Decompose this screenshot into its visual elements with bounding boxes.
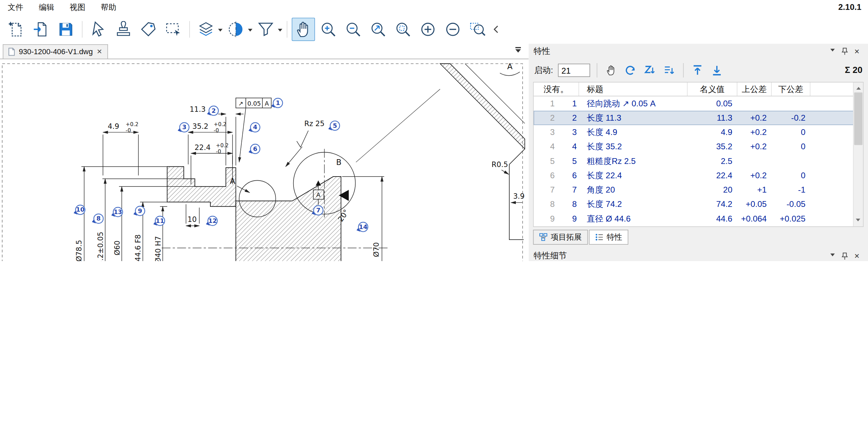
stamp-button[interactable] <box>112 18 135 41</box>
table-row-selected[interactable]: 22长度 11.311.3+0.2-0.2 <box>534 111 854 125</box>
plus-circle-icon <box>420 21 436 38</box>
refresh-icon <box>625 64 637 76</box>
balloon-1[interactable]: 1 <box>271 98 283 108</box>
project-extension-icon <box>539 233 548 241</box>
balloon-13[interactable]: 13 <box>111 207 122 217</box>
col-header-no[interactable]: 没有。 <box>534 82 579 96</box>
table-row[interactable]: 88长度 74.274.2+0.05-0.05 <box>534 197 854 211</box>
pin-icon <box>841 252 848 260</box>
document-tab-label: 930-1200-406-V1.dwg <box>19 48 93 56</box>
pan-hand-button[interactable] <box>292 18 315 41</box>
move-top-button[interactable] <box>690 63 705 77</box>
document-tab-bar: 930-1200-406-V1.dwg ✕ <box>0 44 529 59</box>
toolbar-separator <box>189 21 190 38</box>
balloon-12[interactable]: 12 <box>206 216 217 226</box>
scroll-down-button[interactable] <box>856 218 860 224</box>
panel-pin-button[interactable] <box>839 47 851 55</box>
menu-file[interactable]: 文件 <box>5 1 25 14</box>
scroll-up-button[interactable] <box>854 82 863 91</box>
layers-dropdown-arrow[interactable] <box>218 29 223 34</box>
sum-count: Σ 20 <box>845 65 863 75</box>
table-row[interactable]: 44长度 35.235.2+0.20 <box>534 139 854 154</box>
mirror-dropdown-arrow[interactable] <box>248 29 252 34</box>
balloon-11[interactable]: 11 <box>153 216 165 226</box>
col-header-lower[interactable]: 下公差 <box>772 82 810 96</box>
close-icon: ✕ <box>854 252 859 260</box>
zoom-in-button[interactable] <box>317 18 340 41</box>
panel-close-button[interactable]: ✕ <box>851 47 863 55</box>
tag-button[interactable] <box>137 18 160 41</box>
drawing-canvas[interactable]: A ↗ 0.05 A 11.3 4.9 +0.2 -0 35.2 +0.2 -0… <box>0 59 529 261</box>
main-toolbar <box>0 15 868 44</box>
document-tab[interactable]: 930-1200-406-V1.dwg ✕ <box>3 44 108 59</box>
marquee-select-button[interactable] <box>162 18 185 41</box>
save-button[interactable] <box>54 18 77 41</box>
mirror-view-button[interactable] <box>224 18 248 41</box>
svg-text:11: 11 <box>156 217 164 224</box>
layers-button[interactable] <box>194 18 218 41</box>
select-cursor-button[interactable] <box>87 18 110 41</box>
zoom-window-button[interactable] <box>466 18 489 41</box>
filter-icon <box>257 21 274 38</box>
refresh-button[interactable] <box>624 63 638 77</box>
table-row[interactable]: 55粗糙度Rz 2.52.5 <box>534 154 854 168</box>
table-row[interactable]: 11径向跳动 ↗ 0.05 A0.05 <box>534 96 854 111</box>
balloon-5[interactable]: 5 <box>328 121 340 131</box>
menu-help[interactable]: 帮助 <box>99 1 118 14</box>
increase-button[interactable] <box>416 18 439 41</box>
table-row[interactable]: 99直径 Ø 44.644.6+0.064+0.025 <box>534 211 854 226</box>
table-row[interactable]: 66长度 22.422.4+0.20 <box>534 168 854 183</box>
balloon-14[interactable]: 14 <box>357 222 368 232</box>
dim-22-4: 22.4 <box>195 143 211 152</box>
decrease-button[interactable] <box>441 18 464 41</box>
window-list-button[interactable] <box>515 47 521 55</box>
menu-view[interactable]: 视图 <box>68 1 87 14</box>
balloon-3[interactable]: 3 <box>178 123 189 132</box>
filter-dropdown-arrow[interactable] <box>278 29 282 34</box>
col-header-upper[interactable]: 上公差 <box>737 82 772 96</box>
menu-edit[interactable]: 编辑 <box>36 1 56 14</box>
zoom-out-button[interactable] <box>342 18 365 41</box>
open-document-button[interactable] <box>29 18 53 41</box>
zoom-extent-button[interactable] <box>366 18 390 41</box>
scrollbar-thumb[interactable] <box>854 92 862 145</box>
balloon-6[interactable]: 6 <box>249 144 260 154</box>
details-panel-titlebar: 特性细节 ✕ <box>529 248 868 261</box>
svg-text:6: 6 <box>253 145 257 152</box>
balloon-8[interactable]: 8 <box>92 214 103 224</box>
dim-3-9: 3.9 <box>513 192 525 200</box>
balloon-9[interactable]: 9 <box>133 206 145 216</box>
new-document-button[interactable] <box>4 18 28 41</box>
panel-menu-button[interactable] <box>826 49 839 54</box>
table-row[interactable]: 33长度 4.94.9+0.20 <box>534 125 854 139</box>
col-header-nominal[interactable]: 名义值 <box>688 82 737 96</box>
start-input[interactable] <box>558 64 590 77</box>
z-order-icon <box>644 64 656 76</box>
filter-button[interactable] <box>254 18 277 41</box>
balloon-2[interactable]: 2 <box>207 106 218 116</box>
move-bottom-button[interactable] <box>710 63 724 77</box>
zoom-dynamic-button[interactable] <box>391 18 415 41</box>
col-header-title[interactable]: 标题 <box>579 82 687 96</box>
panel-menu-button[interactable] <box>826 254 839 259</box>
svg-text:7: 7 <box>316 207 320 214</box>
panel-pin-button[interactable] <box>839 252 851 260</box>
table-row[interactable]: 77角度 2020+1-1 <box>534 183 854 197</box>
balloon-4[interactable]: 4 <box>249 123 260 132</box>
pick-hand-button[interactable] <box>604 63 618 77</box>
collapse-left-button[interactable] <box>491 18 501 41</box>
tab-project-extension[interactable]: 项目拓展 <box>533 230 588 245</box>
dim-dia-44-6: Ø44.6 F8 <box>134 234 142 261</box>
sort-list-button[interactable] <box>662 63 676 77</box>
chevron-down-icon <box>830 254 835 259</box>
tab-characteristics[interactable]: 特性 <box>589 230 628 245</box>
hand-icon <box>295 21 312 38</box>
table-scrollbar[interactable] <box>853 82 863 226</box>
dim-22-4-upper: +0.2 <box>216 142 228 149</box>
balloon-10[interactable]: 10 <box>74 205 85 215</box>
panel-close-button[interactable]: ✕ <box>851 252 863 260</box>
dim-dia-40: Ø40 H7 <box>154 236 162 261</box>
tab-close-icon[interactable]: ✕ <box>97 48 102 56</box>
svg-text:4: 4 <box>253 123 257 131</box>
z-order-button[interactable] <box>643 63 657 77</box>
